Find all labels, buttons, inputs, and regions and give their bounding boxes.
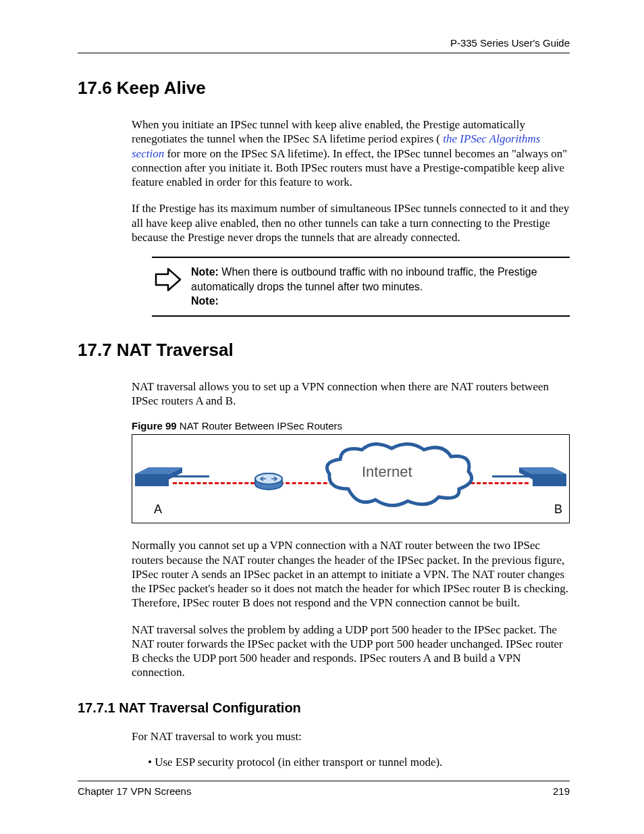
arrow-right-icon	[155, 266, 182, 293]
page-content: 17.6 Keep Alive When you initiate an IPS…	[78, 78, 570, 781]
nat-traversal-para-3: NAT traversal solves the problem by addi…	[132, 623, 570, 680]
note-body: When there is outbound traffic with no i…	[191, 266, 537, 292]
label-a: A	[154, 502, 162, 517]
nat-traversal-para-2: Normally you cannot set up a VPN connect…	[132, 538, 570, 610]
nat-router-icon	[254, 473, 284, 492]
figure-title: NAT Router Between IPSec Routers	[177, 420, 342, 432]
text: for more on the IPSec SA lifetime). In e…	[132, 147, 567, 189]
keep-alive-para-1: When you initiate an IPSec tunnel with k…	[132, 118, 570, 189]
page-number: 219	[553, 785, 570, 797]
heading-17-6: 17.6 Keep Alive	[78, 78, 570, 99]
section-17-6-body: When you initiate an IPSec tunnel with k…	[132, 118, 570, 244]
note-box: Note: When there is outbound traffic wit…	[152, 257, 570, 317]
figure-99: Internet A B	[132, 434, 570, 523]
page-header: P-335 Series User's Guide	[78, 37, 570, 53]
section-17-7-1-body: For NAT traversal to work you must: Use …	[132, 729, 570, 769]
note-label: Note:	[191, 266, 219, 278]
router-a-icon	[135, 467, 182, 490]
nat-config-para-1: For NAT traversal to work you must:	[132, 729, 570, 744]
figure-number: Figure 99	[132, 420, 177, 432]
nat-traversal-para-1: NAT traversal allows you to set up a VPN…	[132, 380, 570, 409]
dashed-left	[173, 482, 261, 484]
chapter-label: Chapter 17 VPN Screens	[78, 785, 191, 797]
router-b-icon	[519, 467, 566, 490]
bullet-1: Use ESP security protocol (in either tra…	[148, 756, 570, 769]
bullet-list: Use ESP security protocol (in either tra…	[148, 756, 570, 769]
svg-point-3	[255, 473, 282, 484]
page-footer: Chapter 17 VPN Screens 219	[78, 781, 570, 797]
label-b: B	[554, 502, 562, 517]
heading-17-7-1: 17.7.1 NAT Traversal Configuration	[78, 700, 570, 716]
cloud-label: Internet	[362, 463, 412, 481]
section-17-7-body: NAT traversal allows you to set up a VPN…	[132, 380, 570, 680]
note-trailing: Note:	[191, 295, 219, 307]
figure-caption: Figure 99 NAT Router Between IPSec Route…	[132, 420, 570, 432]
heading-17-7: 17.7 NAT Traversal	[78, 340, 570, 361]
keep-alive-para-2: If the Prestige has its maximum number o…	[132, 201, 570, 244]
note-text: Note: When there is outbound traffic wit…	[191, 265, 570, 309]
guide-title: P-335 Series User's Guide	[450, 37, 570, 49]
